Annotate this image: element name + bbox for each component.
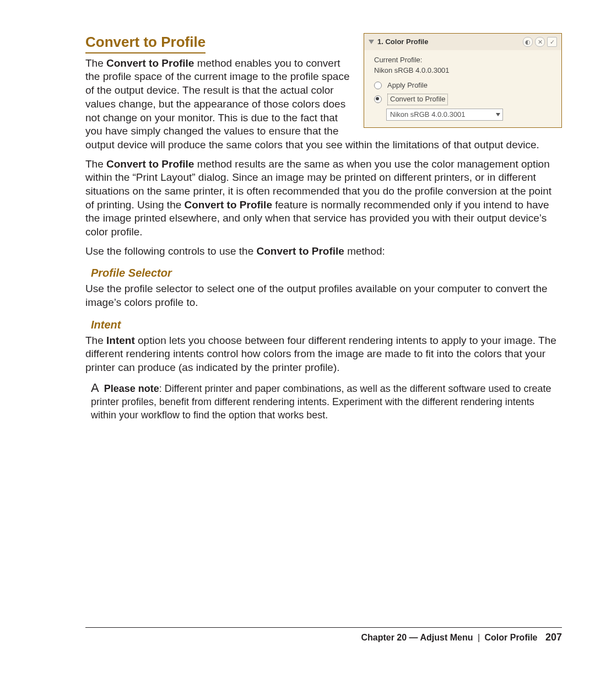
panel-close-icon[interactable]: ✕: [535, 37, 545, 47]
radio-icon[interactable]: [374, 82, 382, 89]
chevron-down-icon: [496, 113, 500, 116]
convert-to-profile-label: Convert to Profile: [387, 94, 448, 105]
section-heading: Convert to Profile: [85, 33, 205, 53]
current-profile-value: Nikon sRGB 4.0.0.3001: [374, 66, 554, 76]
page-number: 207: [545, 632, 562, 643]
panel-header: 1. Color Profile ◐ ✕ ✓: [364, 34, 561, 50]
color-profile-panel-figure: 1. Color Profile ◐ ✕ ✓ Current Profile: …: [364, 33, 562, 128]
apply-profile-label: Apply Profile: [387, 81, 428, 90]
panel-title: 1. Color Profile: [377, 37, 521, 47]
page-footer: Chapter 20 — Adjust Menu | Color Profile…: [85, 627, 562, 644]
profile-select[interactable]: Nikon sRGB 4.0.0.3001: [386, 109, 503, 121]
color-profile-panel: 1. Color Profile ◐ ✕ ✓ Current Profile: …: [364, 33, 562, 128]
note-icon: A: [91, 381, 99, 395]
apply-profile-option[interactable]: Apply Profile: [374, 81, 554, 90]
profile-select-value: Nikon sRGB 4.0.0.3001: [390, 110, 466, 120]
panel-apply-icon[interactable]: ✓: [547, 37, 557, 47]
intro-paragraph-3: Use the following controls to use the Co…: [85, 245, 562, 259]
convert-to-profile-option[interactable]: Convert to Profile: [374, 94, 554, 105]
profile-selector-body: Use the profile selector to select one o…: [85, 282, 562, 309]
current-profile-label: Current Profile:: [374, 56, 554, 65]
intent-body: The Intent option lets you choose betwee…: [85, 334, 562, 375]
radio-icon[interactable]: [374, 95, 382, 103]
collapse-triangle-icon[interactable]: [369, 40, 374, 44]
profile-selector-heading: Profile Selector: [91, 266, 562, 280]
please-note: A Please note: Different printer and pap…: [91, 380, 562, 422]
panel-reset-icon[interactable]: ◐: [523, 37, 533, 47]
intro-paragraph-2: The Convert to Profile method results ar…: [85, 158, 562, 239]
intent-heading: Intent: [91, 317, 562, 332]
